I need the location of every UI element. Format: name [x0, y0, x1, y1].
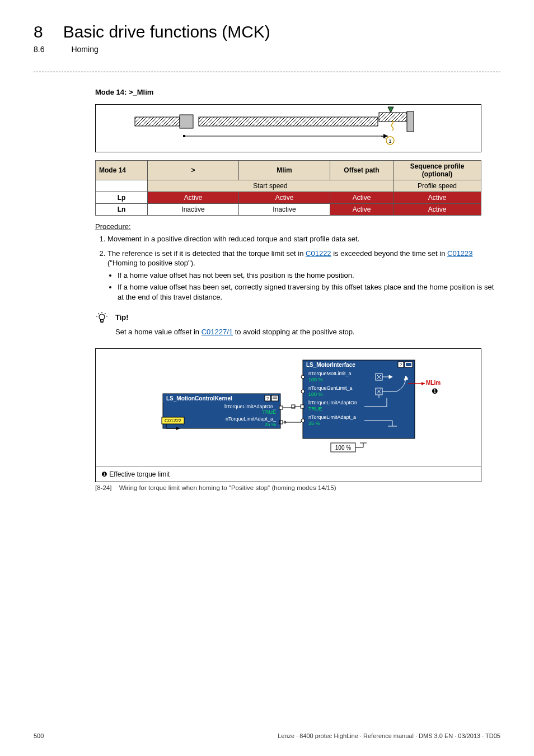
svg-marker-79 — [421, 382, 425, 385]
table-subhead-profile: Profile speed — [394, 180, 481, 192]
figure-caption-text: Wiring for torque limit when homing to "… — [119, 484, 336, 491]
figure-bracket: [8-24] — [95, 484, 111, 491]
mode-heading: Mode 14: >_Mlim — [95, 88, 500, 96]
svg-rect-39 — [279, 406, 283, 409]
svg-rect-0 — [135, 117, 180, 126]
step-text: The reference is set if it is detected t… — [107, 249, 306, 258]
svg-text:LS_MotionControlKernel: LS_MotionControlKernel — [166, 395, 232, 402]
svg-text:nTorqueGenLimit_a: nTorqueGenLimit_a — [308, 385, 353, 391]
svg-line-16 — [99, 314, 100, 315]
procedure-step: Movement in a positive direction with re… — [107, 234, 500, 244]
table-subhead-start: Start speed — [148, 180, 394, 192]
procedure-heading: Procedure: — [95, 222, 500, 231]
svg-text:25 %: 25 % — [308, 421, 320, 426]
step-text: is exceeded beyond the time set in — [331, 249, 447, 258]
tip-text-pre: Set a home value offset in — [115, 328, 202, 336]
table-cell: Active — [330, 192, 394, 204]
svg-rect-25 — [271, 395, 278, 401]
svg-text:?: ? — [400, 362, 402, 367]
svg-point-54 — [301, 390, 305, 393]
tip-text: Set a home value offset in C01227/1 to a… — [115, 328, 500, 336]
table-cell: Inactive — [239, 204, 330, 216]
table-cell: Active — [148, 192, 239, 204]
row-label: Ln — [96, 204, 148, 216]
svg-rect-2 — [199, 117, 378, 126]
procedure-bullet: If a home value offset has not been set,… — [118, 270, 500, 281]
table-cell: Active — [394, 204, 481, 216]
separator — [34, 72, 500, 72]
caption-marker: ❶ — [101, 470, 107, 478]
svg-text:nTorqueMotLimit_a: nTorqueMotLimit_a — [308, 371, 352, 376]
page-number: 500 — [34, 732, 44, 739]
svg-text:❶: ❶ — [432, 387, 438, 395]
svg-text:25 %: 25 % — [264, 422, 276, 427]
wiring-diagram: LS_MotionControlKernel ? bTorqueLimitAda… — [95, 348, 481, 482]
tip-icon — [95, 311, 109, 324]
svg-text:nTorqueLimitAdapt_a: nTorqueLimitAdapt_a — [308, 414, 356, 420]
svg-text:?: ? — [266, 396, 269, 401]
table-row: Lp Active Active Active Active — [96, 192, 481, 204]
svg-text:bTorqueLimitAdaptOn_: bTorqueLimitAdaptOn_ — [224, 404, 277, 409]
svg-rect-47 — [406, 363, 411, 366]
svg-text:100 %: 100 % — [308, 391, 323, 397]
code-link[interactable]: C01227/1 — [202, 328, 233, 336]
svg-point-51 — [301, 375, 305, 379]
svg-text:C01222: C01222 — [165, 418, 181, 423]
footer-text: Lenze · 8400 protec HighLine · Reference… — [278, 732, 500, 739]
table-cell: Active — [239, 192, 330, 204]
svg-point-12 — [99, 314, 105, 320]
svg-rect-1 — [180, 115, 193, 128]
section-title: Homing — [71, 45, 98, 54]
svg-text:TRUE: TRUE — [263, 409, 277, 415]
code-link[interactable]: C01223 — [447, 249, 473, 258]
caption-text: Effective torque limit — [109, 470, 170, 478]
svg-rect-8 — [183, 135, 185, 137]
table-cell: Inactive — [148, 204, 239, 216]
step-text: ("Homing to positive stop"). — [107, 259, 195, 267]
svg-text:TRUE: TRUE — [308, 406, 322, 412]
svg-rect-3 — [379, 113, 407, 122]
svg-marker-5 — [388, 107, 394, 113]
table-subhead-empty — [96, 180, 148, 192]
svg-rect-4 — [407, 111, 414, 132]
svg-point-60 — [301, 419, 305, 422]
svg-rect-18 — [101, 320, 104, 321]
table-head-dir: > — [148, 161, 239, 180]
svg-text:LS_MotorInterface: LS_MotorInterface — [306, 362, 355, 368]
table-head-mode: Mode 14 — [96, 161, 148, 180]
table-head-seq: Sequence profile (optional) — [394, 161, 481, 180]
table-cell: Active — [394, 192, 481, 204]
table-cell: Active — [330, 204, 394, 216]
motion-diagram: 1 — [95, 104, 481, 152]
svg-text:1: 1 — [388, 138, 391, 144]
svg-text:100 %: 100 % — [335, 445, 351, 451]
procedure-bullet: If a home value offset has been set, cor… — [118, 282, 500, 302]
svg-rect-57 — [301, 405, 304, 408]
chapter-number: 8 — [34, 22, 43, 41]
row-label: Lp — [96, 192, 148, 204]
table-head-offset: Offset path — [330, 161, 394, 180]
procedure-step: The reference is set if it is detected t… — [107, 249, 500, 302]
chapter-title: Basic drive functions (MCK) — [63, 22, 270, 41]
section-number: 8.6 — [34, 45, 44, 54]
svg-text:100 %: 100 % — [308, 377, 323, 382]
tip-text-post: to avoid stopping at the positive stop. — [233, 328, 355, 336]
mode-table: Mode 14 > Mlim Offset path Sequence prof… — [95, 160, 481, 216]
svg-text:bTorqueLimitAdaptOn: bTorqueLimitAdaptOn — [308, 400, 357, 405]
svg-line-17 — [105, 314, 106, 315]
svg-text:MLim: MLim — [426, 380, 441, 386]
table-row: Ln Inactive Inactive Active Active — [96, 204, 481, 216]
code-link[interactable]: C01222 — [306, 249, 331, 258]
table-head-mlim: Mlim — [239, 161, 330, 180]
svg-text:nTorqueLimitAdapt_a_: nTorqueLimitAdapt_a_ — [226, 416, 277, 422]
tip-label: Tip! — [115, 313, 129, 321]
